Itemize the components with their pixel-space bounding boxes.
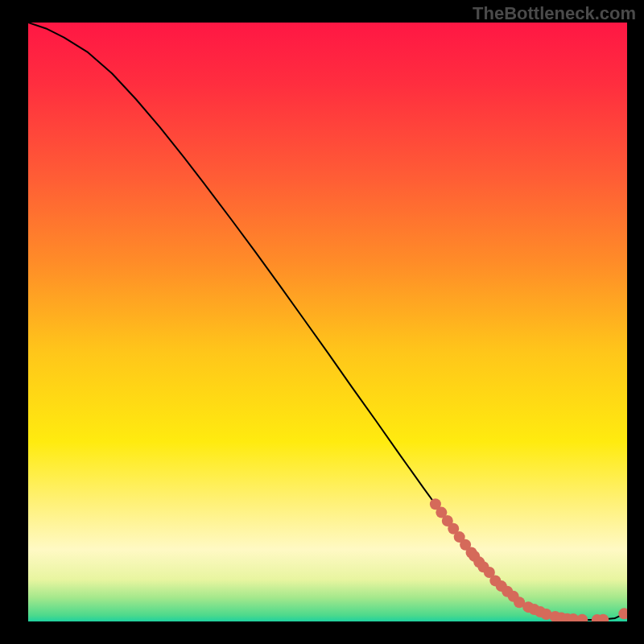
chart-svg <box>28 23 627 621</box>
plot-area <box>28 23 627 621</box>
watermark-text: TheBottleneck.com <box>473 3 636 24</box>
chart-container: TheBottleneck.com <box>0 0 644 644</box>
gradient-background <box>28 23 627 621</box>
